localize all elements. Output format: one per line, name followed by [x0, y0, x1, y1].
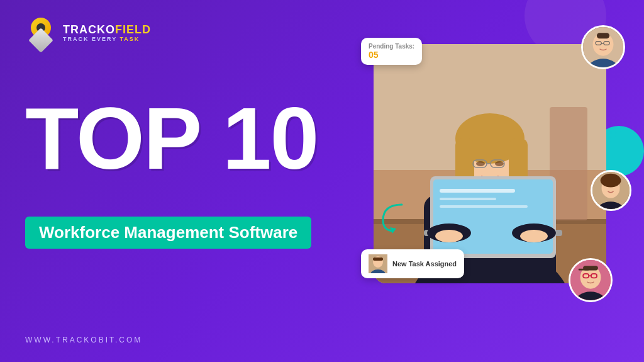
svg-point-13: [495, 161, 504, 166]
new-task-avatar: [369, 254, 387, 273]
curved-arrow-svg: [374, 198, 411, 236]
svg-rect-38: [601, 179, 621, 183]
logo-name: TRACKOFIELD: [63, 24, 151, 37]
pending-tasks-label: Pending Tasks:: [369, 43, 414, 50]
woman-laptop-illustration: [374, 44, 606, 283]
svg-rect-20: [440, 189, 515, 193]
svg-rect-22: [440, 205, 528, 208]
avatar-mid-right-face: [592, 172, 630, 209]
svg-point-12: [476, 161, 485, 166]
new-task-tooltip: New Task Assigned: [361, 249, 464, 278]
avatar-bottom-right: [569, 258, 613, 302]
svg-point-26: [520, 230, 548, 242]
avatar-top-right: [581, 25, 625, 69]
avatar-mid-right: [591, 170, 631, 211]
main-heading: TOP 10: [25, 94, 318, 183]
logo-text: TRACKOFIELD TRACK EVERY TASK: [63, 24, 151, 43]
svg-rect-21: [440, 198, 496, 200]
logo-icon: [25, 18, 57, 49]
pending-tasks-value: 05: [369, 50, 414, 60]
svg-rect-43: [579, 269, 589, 271]
pending-tasks-tooltip: Pending Tasks: 05: [361, 38, 422, 65]
image-area: Pending Tasks: 05: [342, 25, 625, 334]
logo-tagline-text: TRACK EVERY: [63, 36, 120, 42]
subtitle-badge: Workforce Management Software: [25, 217, 311, 249]
banner: TRACKOFIELD TRACK EVERY TASK TOP 10 Work…: [0, 0, 644, 362]
avatar-top-right-face: [583, 27, 623, 67]
website-url: WWW.TRACKOBIT.COM: [25, 336, 142, 344]
subtitle-text: Workforce Management Software: [39, 223, 297, 242]
svg-point-25: [435, 230, 463, 242]
avatar-bottom-right-face: [570, 260, 611, 300]
svg-rect-30: [597, 33, 609, 38]
top-10-heading: TOP 10: [25, 94, 318, 183]
logo-tagline-task: TASK: [120, 36, 140, 42]
logo-area: TRACKOFIELD TRACK EVERY TASK: [25, 18, 151, 49]
logo-field: FIELD: [115, 23, 151, 36]
main-photo: [374, 44, 606, 283]
new-task-text: New Task Assigned: [392, 260, 457, 268]
curved-arrow-icon: [374, 198, 411, 236]
new-task-avatar-face: [369, 254, 387, 273]
logo-tracko: TRACKO: [63, 23, 115, 36]
svg-rect-50: [373, 257, 383, 261]
logo-tagline: TRACK EVERY TASK: [63, 37, 151, 43]
